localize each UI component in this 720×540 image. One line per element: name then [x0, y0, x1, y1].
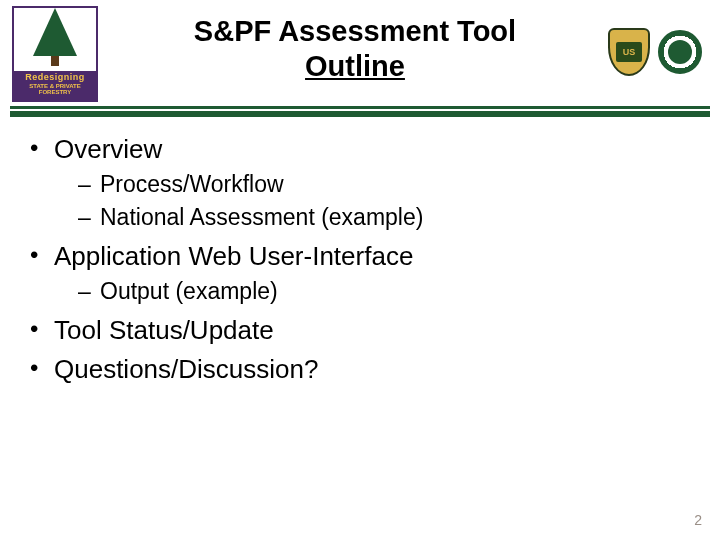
bullet-item: Questions/Discussion?	[28, 352, 680, 387]
title-line-2: Outline	[305, 50, 405, 82]
redesigning-logo: Redesigning STATE & PRIVATE FORESTRY	[12, 6, 98, 102]
slide-header: Redesigning STATE & PRIVATE FORESTRY S&P…	[0, 0, 720, 105]
bullet-label: Overview	[54, 134, 162, 164]
tree-icon	[33, 8, 77, 71]
bullet-item: Application Web User-Interface Output (e…	[28, 239, 680, 307]
slide-title: S&PF Assessment Tool Outline	[120, 14, 590, 84]
logo-left-subtitle: STATE & PRIVATE FORESTRY	[14, 83, 96, 96]
sub-bullet-item: Output (example)	[78, 276, 680, 307]
bullet-item: Tool Status/Update	[28, 313, 680, 348]
slide-body: Overview Process/Workflow National Asses…	[28, 132, 680, 392]
logo-left-title: Redesigning	[14, 73, 96, 83]
dept-seal-icon	[658, 30, 702, 74]
header-right-logos: US	[608, 28, 702, 76]
forest-service-shield-icon: US	[608, 28, 650, 76]
slide: Redesigning STATE & PRIVATE FORESTRY S&P…	[0, 0, 720, 540]
sub-bullet-item: Process/Workflow	[78, 169, 680, 200]
bullet-label: Application Web User-Interface	[54, 241, 413, 271]
sub-bullet-item: National Assessment (example)	[78, 202, 680, 233]
bullet-item: Overview Process/Workflow National Asses…	[28, 132, 680, 233]
header-divider	[10, 106, 710, 117]
bullet-label: Questions/Discussion?	[54, 354, 318, 384]
title-line-1: S&PF Assessment Tool	[194, 15, 516, 47]
page-number: 2	[694, 512, 702, 528]
bullet-label: Tool Status/Update	[54, 315, 274, 345]
